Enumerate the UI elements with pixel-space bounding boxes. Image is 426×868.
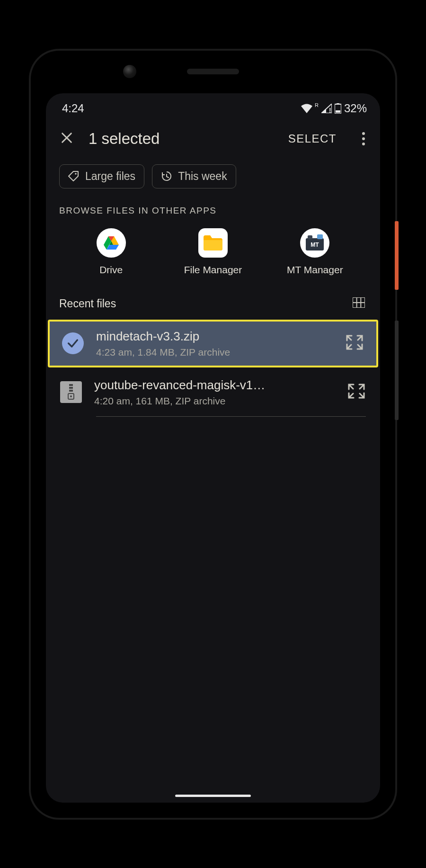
file-info: youtube-revanced-magisk-v1… 4:20 am, 161… bbox=[94, 378, 335, 407]
chip-large-files[interactable]: Large files bbox=[59, 164, 144, 188]
app-drive[interactable]: Drive bbox=[73, 228, 149, 276]
file-item[interactable]: youtube-revanced-magisk-v1… 4:20 am, 161… bbox=[46, 368, 380, 416]
select-button[interactable]: SELECT bbox=[284, 129, 341, 148]
speaker-grille bbox=[187, 69, 239, 74]
app-mt-manager[interactable]: MT MT Manager bbox=[277, 228, 353, 276]
app-label: File Manager bbox=[184, 264, 242, 276]
mt-manager-icon: MT bbox=[300, 228, 329, 258]
grid-view-icon[interactable] bbox=[353, 297, 365, 310]
more-icon[interactable] bbox=[355, 128, 369, 149]
chip-label: Large files bbox=[85, 170, 135, 183]
divider bbox=[96, 416, 366, 417]
svg-rect-6 bbox=[308, 235, 312, 239]
history-icon bbox=[161, 170, 172, 182]
status-bar: 4:24 R ! 32% bbox=[46, 93, 380, 118]
recent-header: Recent files bbox=[46, 287, 380, 319]
page-title: 1 selected bbox=[89, 130, 270, 148]
filter-chips: Large files This week bbox=[46, 160, 380, 199]
svg-rect-13 bbox=[69, 384, 73, 386]
roaming-label: R bbox=[315, 102, 319, 108]
app-file-manager[interactable]: File Manager bbox=[175, 228, 251, 276]
chip-label: This week bbox=[178, 170, 227, 183]
power-button bbox=[395, 221, 399, 290]
battery-icon bbox=[335, 103, 341, 114]
wifi-icon bbox=[301, 104, 313, 113]
screen: 4:24 R ! 32% 1 selected SELECT Large fil… bbox=[46, 93, 380, 803]
svg-rect-14 bbox=[69, 387, 73, 389]
svg-rect-15 bbox=[69, 390, 73, 392]
svg-point-17 bbox=[70, 395, 72, 397]
phone-frame: 4:24 R ! 32% 1 selected SELECT Large fil… bbox=[31, 51, 395, 818]
app-label: Drive bbox=[99, 264, 123, 276]
chip-this-week[interactable]: This week bbox=[152, 164, 236, 188]
file-manager-icon bbox=[198, 228, 228, 258]
status-right: R ! 32% bbox=[301, 102, 367, 115]
file-name: youtube-revanced-magisk-v1… bbox=[94, 378, 335, 393]
file-meta: 4:20 am, 161 MB, ZIP archive bbox=[94, 395, 335, 407]
check-icon bbox=[62, 332, 84, 354]
file-info: mindetach-v3.3.zip 4:23 am, 1.84 MB, ZIP… bbox=[96, 329, 333, 358]
close-icon[interactable] bbox=[58, 128, 75, 149]
volume-button bbox=[395, 321, 399, 420]
svg-point-4 bbox=[75, 173, 77, 175]
file-name: mindetach-v3.3.zip bbox=[96, 329, 333, 344]
browse-section-label: BROWSE FILES IN OTHER APPS bbox=[46, 199, 380, 224]
battery-percent: 32% bbox=[344, 102, 367, 115]
file-item-selected[interactable]: mindetach-v3.3.zip 4:23 am, 1.84 MB, ZIP… bbox=[48, 320, 378, 367]
svg-rect-7 bbox=[317, 234, 323, 239]
expand-icon[interactable] bbox=[347, 383, 366, 402]
file-meta: 4:23 am, 1.84 MB, ZIP archive bbox=[96, 347, 333, 358]
recent-title: Recent files bbox=[59, 297, 116, 310]
svg-text:MT: MT bbox=[311, 242, 320, 248]
apps-row: Drive File Manager MT MT Manager bbox=[46, 224, 380, 287]
home-indicator[interactable] bbox=[175, 795, 251, 797]
signal-icon: ! bbox=[321, 104, 332, 113]
front-camera bbox=[123, 65, 136, 78]
tag-icon bbox=[68, 170, 80, 182]
app-bar: 1 selected SELECT bbox=[46, 118, 380, 160]
expand-icon[interactable] bbox=[345, 334, 364, 353]
drive-icon bbox=[97, 228, 126, 258]
app-label: MT Manager bbox=[287, 264, 343, 276]
svg-rect-3 bbox=[336, 110, 340, 113]
status-time: 4:24 bbox=[62, 102, 84, 115]
svg-text:!: ! bbox=[329, 107, 331, 113]
zip-icon bbox=[60, 381, 82, 403]
